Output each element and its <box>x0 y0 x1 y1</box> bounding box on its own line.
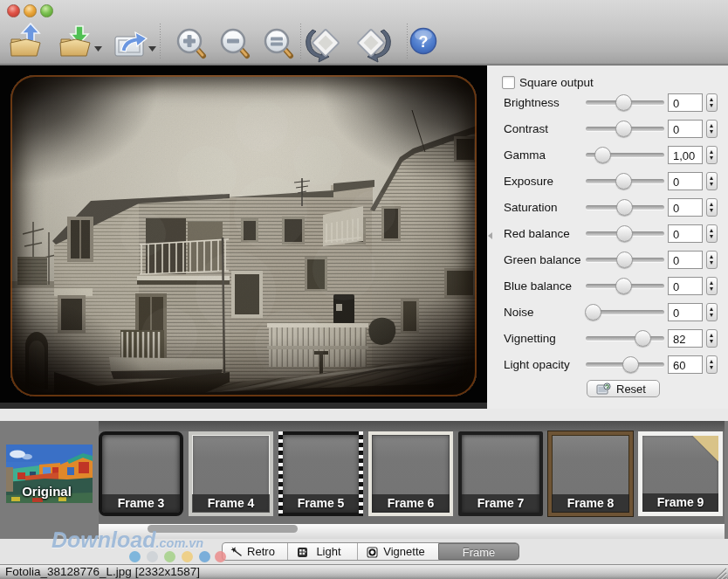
svg-text:?: ? <box>419 33 429 51</box>
